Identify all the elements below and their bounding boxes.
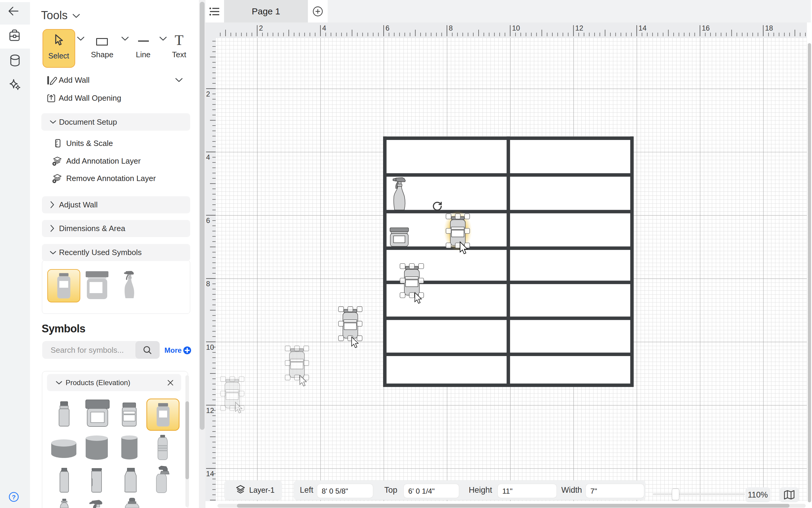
- svg-text:8: 8: [206, 280, 210, 288]
- svg-text:14: 14: [638, 24, 647, 32]
- svg-text:2: 2: [206, 90, 210, 98]
- svg-text:4: 4: [206, 153, 210, 161]
- svg-text:4: 4: [322, 24, 326, 32]
- svg-text:16: 16: [702, 24, 710, 32]
- svg-text:12: 12: [575, 24, 583, 32]
- svg-text:10: 10: [512, 24, 520, 32]
- svg-text:6: 6: [206, 216, 210, 224]
- svg-text:8: 8: [449, 24, 452, 32]
- svg-text:6: 6: [385, 24, 389, 32]
- svg-text:18: 18: [765, 24, 773, 32]
- svg-text:?: ?: [12, 494, 16, 501]
- svg-text:2: 2: [259, 24, 263, 32]
